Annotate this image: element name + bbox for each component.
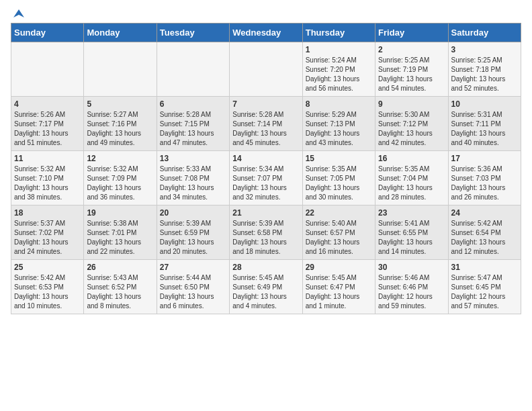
calendar-cell: 16Sunrise: 5:35 AM Sunset: 7:04 PM Dayli… — [375, 151, 448, 205]
cell-info: Sunrise: 5:42 AM Sunset: 6:53 PM Dayligh… — [14, 273, 81, 311]
calendar-table: SundayMondayTuesdayWednesdayThursdayFrid… — [11, 23, 521, 314]
header — [11, 11, 521, 17]
cell-info: Sunrise: 5:40 AM Sunset: 6:57 PM Dayligh… — [306, 219, 372, 257]
cell-info: Sunrise: 5:45 AM Sunset: 6:49 PM Dayligh… — [232, 273, 299, 311]
day-number: 9 — [378, 99, 445, 109]
day-number: 10 — [451, 99, 518, 109]
day-number: 4 — [14, 99, 81, 109]
day-number: 1 — [306, 45, 372, 54]
day-header-saturday: Saturday — [448, 24, 521, 42]
logo-bird-icon — [12, 8, 26, 21]
day-number: 21 — [232, 208, 299, 218]
cell-info: Sunrise: 5:46 AM Sunset: 6:46 PM Dayligh… — [378, 273, 445, 311]
cell-info: Sunrise: 5:26 AM Sunset: 7:17 PM Dayligh… — [14, 110, 81, 148]
day-number: 31 — [451, 263, 518, 272]
calendar-week-2: 4Sunrise: 5:26 AM Sunset: 7:17 PM Daylig… — [11, 97, 521, 151]
day-number: 7 — [232, 99, 299, 109]
calendar-cell: 12Sunrise: 5:32 AM Sunset: 7:09 PM Dayli… — [84, 151, 157, 205]
calendar-cell: 22Sunrise: 5:40 AM Sunset: 6:57 PM Dayli… — [302, 205, 375, 260]
cell-info: Sunrise: 5:28 AM Sunset: 7:15 PM Dayligh… — [160, 110, 226, 148]
calendar-cell: 25Sunrise: 5:42 AM Sunset: 6:53 PM Dayli… — [11, 260, 84, 314]
cell-info: Sunrise: 5:31 AM Sunset: 7:11 PM Dayligh… — [451, 110, 518, 148]
day-number: 18 — [14, 208, 81, 218]
calendar-cell: 31Sunrise: 5:47 AM Sunset: 6:45 PM Dayli… — [448, 260, 521, 314]
calendar-cell: 10Sunrise: 5:31 AM Sunset: 7:11 PM Dayli… — [448, 97, 521, 151]
day-number: 30 — [378, 263, 445, 272]
day-number: 2 — [378, 45, 445, 54]
cell-info: Sunrise: 5:39 AM Sunset: 6:59 PM Dayligh… — [160, 219, 226, 257]
day-number: 28 — [232, 263, 299, 272]
calendar-cell: 4Sunrise: 5:26 AM Sunset: 7:17 PM Daylig… — [11, 97, 84, 151]
cell-info: Sunrise: 5:45 AM Sunset: 6:47 PM Dayligh… — [306, 273, 372, 311]
calendar-cell: 13Sunrise: 5:33 AM Sunset: 7:08 PM Dayli… — [157, 151, 229, 205]
cell-info: Sunrise: 5:42 AM Sunset: 6:54 PM Dayligh… — [451, 219, 518, 257]
calendar-cell — [157, 42, 229, 97]
day-number: 23 — [378, 208, 445, 218]
cell-info: Sunrise: 5:28 AM Sunset: 7:14 PM Dayligh… — [232, 110, 299, 148]
cell-info: Sunrise: 5:36 AM Sunset: 7:03 PM Dayligh… — [451, 165, 518, 202]
calendar-cell: 18Sunrise: 5:37 AM Sunset: 7:02 PM Dayli… — [11, 205, 84, 260]
cell-info: Sunrise: 5:44 AM Sunset: 6:50 PM Dayligh… — [160, 273, 226, 311]
day-number: 5 — [87, 99, 153, 109]
day-number: 17 — [451, 154, 518, 163]
day-header-tuesday: Tuesday — [157, 24, 229, 42]
cell-info: Sunrise: 5:32 AM Sunset: 7:10 PM Dayligh… — [14, 165, 81, 202]
cell-info: Sunrise: 5:30 AM Sunset: 7:12 PM Dayligh… — [378, 110, 445, 148]
cell-info: Sunrise: 5:33 AM Sunset: 7:08 PM Dayligh… — [160, 165, 226, 202]
calendar-cell: 24Sunrise: 5:42 AM Sunset: 6:54 PM Dayli… — [448, 205, 521, 260]
calendar-cell: 29Sunrise: 5:45 AM Sunset: 6:47 PM Dayli… — [302, 260, 375, 314]
calendar-cell: 7Sunrise: 5:28 AM Sunset: 7:14 PM Daylig… — [230, 97, 302, 151]
calendar-cell: 17Sunrise: 5:36 AM Sunset: 7:03 PM Dayli… — [448, 151, 521, 205]
calendar-cell: 21Sunrise: 5:39 AM Sunset: 6:58 PM Dayli… — [230, 205, 302, 260]
cell-info: Sunrise: 5:39 AM Sunset: 6:58 PM Dayligh… — [232, 219, 299, 257]
calendar-cell: 27Sunrise: 5:44 AM Sunset: 6:50 PM Dayli… — [157, 260, 229, 314]
calendar-cell: 20Sunrise: 5:39 AM Sunset: 6:59 PM Dayli… — [157, 205, 229, 260]
calendar-week-1: 1Sunrise: 5:24 AM Sunset: 7:20 PM Daylig… — [11, 42, 521, 97]
calendar-cell: 9Sunrise: 5:30 AM Sunset: 7:12 PM Daylig… — [375, 97, 448, 151]
day-number: 25 — [14, 263, 81, 272]
cell-info: Sunrise: 5:47 AM Sunset: 6:45 PM Dayligh… — [451, 273, 518, 311]
calendar-cell: 14Sunrise: 5:34 AM Sunset: 7:07 PM Dayli… — [230, 151, 302, 205]
calendar-cell: 3Sunrise: 5:25 AM Sunset: 7:18 PM Daylig… — [448, 42, 521, 97]
day-number: 11 — [14, 154, 81, 163]
svg-marker-0 — [13, 9, 24, 17]
cell-info: Sunrise: 5:25 AM Sunset: 7:18 PM Dayligh… — [451, 56, 518, 93]
calendar-week-3: 11Sunrise: 5:32 AM Sunset: 7:10 PM Dayli… — [11, 151, 521, 205]
cell-info: Sunrise: 5:41 AM Sunset: 6:55 PM Dayligh… — [378, 219, 445, 257]
day-number: 20 — [160, 208, 226, 218]
logo — [11, 11, 26, 17]
day-number: 24 — [451, 208, 518, 218]
day-number: 12 — [87, 154, 153, 163]
day-number: 26 — [87, 263, 153, 272]
day-number: 16 — [378, 154, 445, 163]
calendar-cell — [84, 42, 157, 97]
header-row: SundayMondayTuesdayWednesdayThursdayFrid… — [11, 24, 521, 42]
day-number: 15 — [306, 154, 372, 163]
cell-info: Sunrise: 5:29 AM Sunset: 7:13 PM Dayligh… — [306, 110, 372, 148]
calendar-cell: 6Sunrise: 5:28 AM Sunset: 7:15 PM Daylig… — [157, 97, 229, 151]
calendar-cell: 23Sunrise: 5:41 AM Sunset: 6:55 PM Dayli… — [375, 205, 448, 260]
cell-info: Sunrise: 5:34 AM Sunset: 7:07 PM Dayligh… — [232, 165, 299, 202]
day-header-sunday: Sunday — [11, 24, 84, 42]
calendar-cell: 26Sunrise: 5:43 AM Sunset: 6:52 PM Dayli… — [84, 260, 157, 314]
calendar-week-5: 25Sunrise: 5:42 AM Sunset: 6:53 PM Dayli… — [11, 260, 521, 314]
calendar-week-4: 18Sunrise: 5:37 AM Sunset: 7:02 PM Dayli… — [11, 205, 521, 260]
calendar-cell: 15Sunrise: 5:35 AM Sunset: 7:05 PM Dayli… — [302, 151, 375, 205]
cell-info: Sunrise: 5:35 AM Sunset: 7:05 PM Dayligh… — [306, 165, 372, 202]
cell-info: Sunrise: 5:37 AM Sunset: 7:02 PM Dayligh… — [14, 219, 81, 257]
calendar-cell: 1Sunrise: 5:24 AM Sunset: 7:20 PM Daylig… — [302, 42, 375, 97]
cell-info: Sunrise: 5:35 AM Sunset: 7:04 PM Dayligh… — [378, 165, 445, 202]
day-header-friday: Friday — [375, 24, 448, 42]
calendar-cell: 5Sunrise: 5:27 AM Sunset: 7:16 PM Daylig… — [84, 97, 157, 151]
cell-info: Sunrise: 5:24 AM Sunset: 7:20 PM Dayligh… — [306, 56, 372, 93]
calendar-cell: 2Sunrise: 5:25 AM Sunset: 7:19 PM Daylig… — [375, 42, 448, 97]
day-number: 22 — [306, 208, 372, 218]
day-header-thursday: Thursday — [302, 24, 375, 42]
cell-info: Sunrise: 5:43 AM Sunset: 6:52 PM Dayligh… — [87, 273, 153, 311]
day-number: 13 — [160, 154, 226, 163]
calendar-cell: 19Sunrise: 5:38 AM Sunset: 7:01 PM Dayli… — [84, 205, 157, 260]
calendar-cell: 28Sunrise: 5:45 AM Sunset: 6:49 PM Dayli… — [230, 260, 302, 314]
day-number: 19 — [87, 208, 153, 218]
day-header-wednesday: Wednesday — [230, 24, 302, 42]
day-number: 3 — [451, 45, 518, 54]
